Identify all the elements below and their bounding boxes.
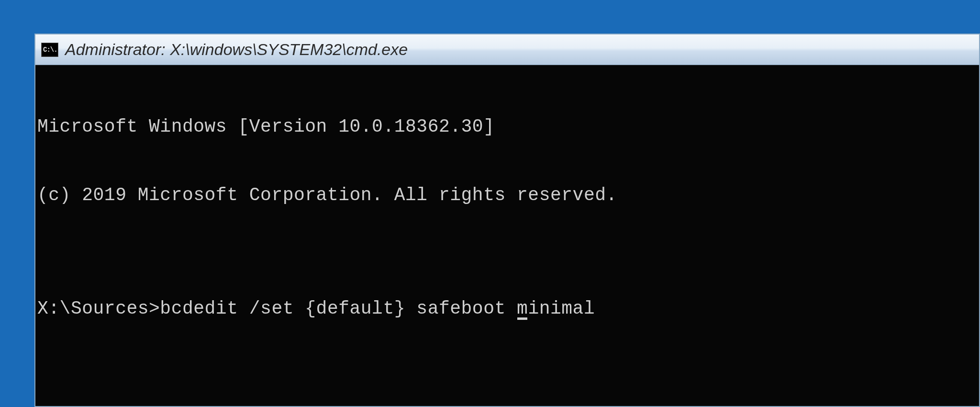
window-title: Administrator: X:\windows\SYSTEM32\cmd.e… — [65, 40, 408, 59]
terminal-area[interactable]: Microsoft Windows [Version 10.0.18362.30… — [35, 65, 979, 406]
cmd-icon-glyph: C:\. — [43, 46, 57, 53]
prompt: X:\Sources> — [37, 298, 160, 319]
prompt-line: X:\Sources>bcdedit /set {default} safebo… — [37, 297, 977, 320]
text-cursor: m — [517, 298, 528, 319]
command-typed-before: bcdedit /set {default} safeboot — [160, 298, 517, 319]
titlebar[interactable]: C:\. Administrator: X:\windows\SYSTEM32\… — [35, 34, 979, 65]
cmd-icon: C:\. — [41, 43, 58, 57]
banner-line-1: Microsoft Windows [Version 10.0.18362.30… — [37, 115, 977, 138]
banner-line-2: (c) 2019 Microsoft Corporation. All righ… — [37, 184, 977, 207]
cmd-window: C:\. Administrator: X:\windows\SYSTEM32\… — [34, 34, 980, 407]
command-typed-after: inimal — [528, 298, 595, 319]
